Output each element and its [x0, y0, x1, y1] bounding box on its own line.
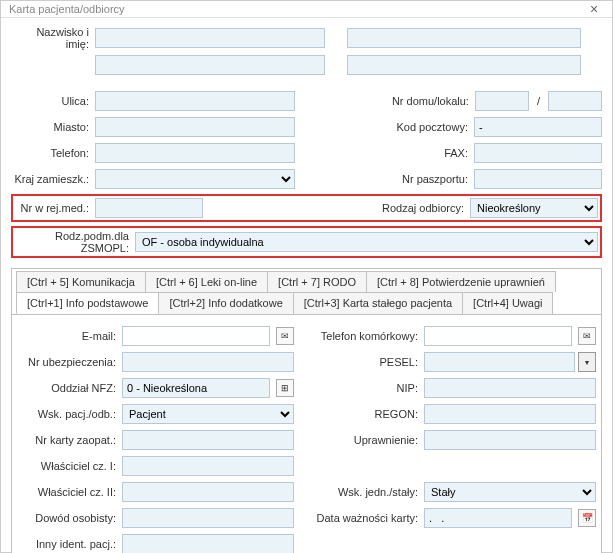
otherid-label: Inny ident. pacj.: — [20, 538, 118, 550]
tab-permissions[interactable]: [Ctrl + 8] Potwierdzenie uprawnień — [366, 271, 556, 292]
regon-label: REGON: — [310, 408, 420, 420]
left-column: E-mail:✉ Nr ubezpieczenia: Oddział NFZ:⊞… — [20, 325, 294, 553]
tabs-panel: [Ctrl + 5] Komunikacja [Ctrl + 6] Leki o… — [11, 268, 602, 553]
sms-icon[interactable]: ✉ — [578, 327, 596, 345]
zip-input[interactable] — [474, 117, 602, 137]
apt-input[interactable] — [548, 91, 602, 111]
entitlement-label: Uprawnienie: — [310, 434, 420, 446]
idcard-label: Dowód osobisty: — [20, 512, 118, 524]
country-label: Kraj zamieszk.: — [11, 173, 91, 185]
card-expiry-label: Data ważności karty: — [310, 512, 420, 524]
unit-label: Wsk. jedn./stały: — [310, 486, 420, 498]
regon-input[interactable] — [424, 404, 596, 424]
zsmopl-select[interactable]: OF - osoba indywidualna — [135, 232, 598, 252]
owner2-label: Właściciel cz. II: — [20, 486, 118, 498]
idcard-input[interactable] — [122, 508, 294, 528]
zsmopl-label: Rodz.podm.dla ZSMOPL: — [15, 230, 131, 254]
house-input[interactable] — [475, 91, 529, 111]
pesel-input[interactable] — [424, 352, 575, 372]
zip-label: Kod pocztowy: — [299, 121, 470, 133]
tabs-row-top: [Ctrl + 5] Komunikacja [Ctrl + 6] Leki o… — [12, 269, 601, 292]
phone-label: Telefon: — [11, 147, 91, 159]
tabs-row-bottom: [Ctrl+1] Info podstawowe [Ctrl+2] Info d… — [12, 292, 601, 315]
passport-label: Nr paszportu: — [299, 173, 470, 185]
wsk-label: Wsk. pacj./odb.: — [20, 408, 118, 420]
titlebar: Karta pacjenta/odbiorcy × — [1, 1, 612, 18]
passport-input[interactable] — [474, 169, 602, 189]
patient-card-window: Karta pacjenta/odbiorcy × Nazwisko i imi… — [0, 0, 613, 553]
regmed-input[interactable] — [95, 198, 203, 218]
owner1-label: Właściciel cz. I: — [20, 460, 118, 472]
nfz-label: Oddział NFZ: — [20, 382, 118, 394]
registry-number-row: Nr w rej.med.: Rodzaj odbiorcy: Nieokreś… — [11, 194, 602, 222]
mobile-label: Telefon komórkowy: — [310, 330, 420, 342]
regmed-label: Nr w rej.med.: — [15, 202, 91, 214]
tab-notes[interactable]: [Ctrl+4] Uwagi — [462, 292, 553, 314]
nip-label: NIP: — [310, 382, 420, 394]
pesel-dropdown-icon[interactable]: ▾ — [578, 352, 596, 372]
tab-loyalty-card[interactable]: [Ctrl+3] Karta stałego pacjenta — [293, 292, 463, 314]
zsmopl-row: Rodz.podm.dla ZSMOPL: OF - osoba indywid… — [11, 226, 602, 258]
close-icon[interactable]: × — [584, 1, 604, 17]
insurance-input[interactable] — [122, 352, 294, 372]
surname-input[interactable] — [95, 28, 325, 48]
street-input[interactable] — [95, 91, 295, 111]
surname-2-input[interactable] — [95, 55, 325, 75]
nfz-pick-icon[interactable]: ⊞ — [276, 379, 294, 397]
calendar-icon[interactable]: 📅 — [578, 509, 596, 527]
supply-card-input[interactable] — [122, 430, 294, 450]
recipient-type-label: Rodzaj odbiorcy: — [207, 202, 466, 214]
phone-input[interactable] — [95, 143, 295, 163]
firstname-2-input[interactable] — [347, 55, 581, 75]
tab-meds-online[interactable]: [Ctrl + 6] Leki on-line — [145, 271, 268, 292]
fax-label: FAX: — [299, 147, 470, 159]
slash: / — [533, 95, 544, 107]
house-label: Nr domu/lokalu: — [299, 95, 471, 107]
wsk-select[interactable]: Pacjent — [122, 404, 294, 424]
insurance-label: Nr ubezpieczenia: — [20, 356, 118, 368]
fax-input[interactable] — [474, 143, 602, 163]
supply-card-label: Nr karty zaopat.: — [20, 434, 118, 446]
city-label: Miasto: — [11, 121, 91, 133]
owner1-input[interactable] — [122, 456, 294, 476]
owner2-input[interactable] — [122, 482, 294, 502]
window-title: Karta pacjenta/odbiorcy — [9, 3, 584, 15]
email-icon[interactable]: ✉ — [276, 327, 294, 345]
email-input[interactable] — [122, 326, 270, 346]
email-label: E-mail: — [20, 330, 118, 342]
pesel-label: PESEL: — [310, 356, 420, 368]
street-label: Ulica: — [11, 95, 91, 107]
nfz-input[interactable] — [122, 378, 270, 398]
firstname-input[interactable] — [347, 28, 581, 48]
unit-select[interactable]: Stały — [424, 482, 596, 502]
city-input[interactable] — [95, 117, 295, 137]
mobile-input[interactable] — [424, 326, 572, 346]
tab-info-extra[interactable]: [Ctrl+2] Info dodatkowe — [158, 292, 293, 314]
content-area: Nazwisko i imię: Ulica: Nr domu/lokalu: … — [1, 18, 612, 553]
entitlement-input[interactable] — [424, 430, 596, 450]
tab-body: E-mail:✉ Nr ubezpieczenia: Oddział NFZ:⊞… — [12, 315, 601, 553]
country-select[interactable] — [95, 169, 295, 189]
nip-input[interactable] — [424, 378, 596, 398]
right-column: Telefon komórkowy:✉ PESEL:▾ NIP: REGON: … — [310, 325, 596, 553]
recipient-type-select[interactable]: Nieokreślony — [470, 198, 598, 218]
tab-info-basic[interactable]: [Ctrl+1] Info podstawowe — [16, 292, 159, 314]
otherid-input[interactable] — [122, 534, 294, 553]
card-expiry-input[interactable] — [424, 508, 572, 528]
tab-rodo[interactable]: [Ctrl + 7] RODO — [267, 271, 367, 292]
name-label: Nazwisko i imię: — [11, 26, 91, 50]
tab-communication[interactable]: [Ctrl + 5] Komunikacja — [16, 271, 146, 292]
